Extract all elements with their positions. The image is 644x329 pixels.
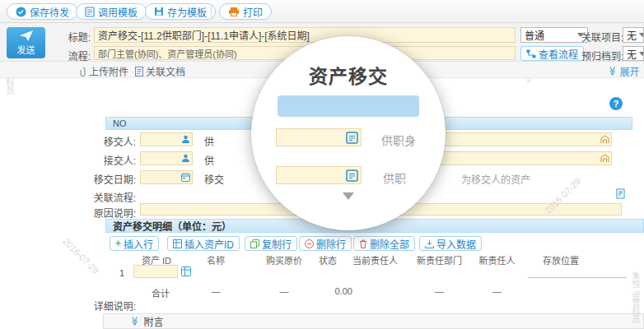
print-button[interactable]: 打印 — [219, 3, 272, 20]
trash-icon — [359, 239, 367, 248]
delete-all-label: 删除全部 — [370, 237, 409, 251]
receiver-label: 接交人: — [78, 153, 136, 167]
col-status: 状态 — [307, 253, 348, 266]
minus-circle-icon — [305, 239, 314, 248]
expand-label: 展开 — [620, 64, 640, 78]
related-flow-doc-icon[interactable] — [616, 188, 626, 199]
save-pending-icon — [16, 7, 26, 17]
watermark-date: 2016-07-29 — [61, 236, 100, 276]
org-picker-icon — [346, 169, 358, 182]
import-icon — [425, 239, 434, 248]
toolbar-divider — [211, 5, 212, 18]
postscript-label: 附言 — [144, 314, 164, 328]
import-data-button[interactable]: 导入数据 — [419, 236, 482, 251]
org-picker-icon[interactable] — [600, 154, 609, 163]
print-label: 打印 — [243, 5, 263, 19]
chevron-double-down-icon: ≫ — [129, 317, 140, 327]
person-picker-icon[interactable] — [181, 135, 190, 144]
person-picker-icon[interactable] — [181, 154, 190, 163]
send-button[interactable]: 发送 — [7, 27, 45, 58]
related-project-value: 无 — [627, 28, 637, 42]
row-index: 1 — [117, 268, 127, 278]
delete-row-label: 删除行 — [316, 237, 346, 251]
cut-label: 移交 — [204, 172, 224, 186]
pre-archive-select[interactable]: 无 — [623, 46, 644, 61]
detail-section-title: 资产移交明细（单位：元） — [113, 219, 231, 233]
upload-attachment-link[interactable]: 上传附件 — [79, 64, 128, 78]
col-new-dept: 新责任部门 — [408, 253, 470, 266]
paper-plane-icon — [19, 30, 34, 42]
call-template-button[interactable]: 调用模板 — [76, 3, 147, 20]
total-current: — — [408, 286, 470, 296]
magnified-input — [276, 128, 362, 146]
save-pending-button[interactable]: 保存待发 — [7, 3, 78, 20]
magnifier-overlay: 资产移交 供职身 供职 — [251, 36, 446, 230]
asset-picker-icon[interactable] — [181, 266, 191, 276]
related-document-link[interactable]: 关联文档 — [135, 64, 185, 78]
import-data-label: 导入数据 — [436, 237, 476, 251]
calendar-icon[interactable] — [181, 173, 190, 182]
flow-label: 流程: — [46, 49, 91, 63]
transfer-date-label: 移交日期: — [78, 172, 136, 186]
related-project-select[interactable]: 无 — [623, 27, 644, 43]
dropdown-arrow-icon — [639, 52, 644, 56]
total-dept: — — [470, 286, 524, 296]
template-doc-icon — [85, 7, 95, 17]
title-input[interactable] — [94, 27, 516, 43]
col-new-owner: 新责任人 — [470, 253, 524, 266]
view-flow-button[interactable]: 查看流程 — [520, 46, 584, 61]
detail-description-label: 详细说明: — [78, 299, 136, 313]
magnified-highlight-field — [278, 95, 419, 117]
org-picker-icon[interactable] — [600, 135, 609, 144]
upload-attachment-label: 上传附件 — [89, 64, 128, 78]
dropdown-arrow-icon — [639, 33, 644, 37]
chevron-double-down-icon: ≫ — [607, 67, 618, 76]
cut-label: 供 — [204, 134, 214, 148]
title-label: 标题: — [46, 30, 91, 44]
copy-row-button[interactable]: 复制行 — [245, 236, 297, 251]
document-icon — [135, 67, 143, 76]
location-input[interactable] — [528, 265, 627, 278]
priority-select[interactable]: 普通 — [520, 27, 588, 43]
related-project-label: 关联项目: — [581, 30, 623, 44]
asset-id-input[interactable] — [133, 265, 178, 278]
paperclip-icon — [79, 67, 86, 76]
send-label: 发送 — [17, 43, 35, 56]
col-name: 名称 — [183, 253, 249, 266]
printer-icon — [228, 7, 240, 17]
delete-all-button[interactable]: 删除全部 — [353, 236, 415, 251]
postscript-bar[interactable]: ≫ 附言 — [103, 313, 644, 329]
insert-row-label: 插入行 — [124, 237, 153, 251]
related-document-label: 关联文档 — [146, 64, 185, 78]
copy-row-label: 复制行 — [262, 237, 292, 251]
transferor-label: 移交人: — [78, 134, 136, 148]
pre-archive-value: 无 — [627, 47, 637, 61]
magnified-ghost-text: 供职身 — [381, 132, 416, 148]
reason-label: 原因说明: — [78, 206, 136, 220]
pre-archive-label: 预归档到: — [581, 49, 623, 63]
total-name: — — [183, 286, 249, 296]
save-disk-icon — [154, 7, 164, 16]
org-picker-icon — [346, 132, 358, 144]
view-flow-label: 查看流程 — [539, 47, 578, 61]
col-current-owner: 当前责任人 — [344, 253, 406, 266]
top-toolbar: 保存待发 调用模板 存为模板 打印 — [0, 0, 644, 23]
help-icon[interactable]: ? — [609, 97, 623, 110]
insert-asset-id-button[interactable]: 插入资产ID — [167, 236, 240, 251]
cut-label: 供 — [204, 153, 214, 167]
plus-icon: + — [115, 238, 121, 249]
insert-row-button[interactable]: + 插入行 — [110, 236, 159, 251]
related-flow-label: 关联流程: — [78, 190, 136, 204]
transfer-hint-text: 为移交人的资产 — [461, 172, 530, 186]
total-amount: 0.00 — [307, 286, 352, 296]
expand-toggle[interactable]: ≫ 展开 — [608, 64, 640, 78]
magnified-input — [276, 166, 362, 184]
asset-transfer-form-page: 2016-07-29 2016-07-29 2016-07-29 朱悦 运营科员… — [0, 0, 644, 329]
save-as-template-button[interactable]: 存为模板 — [145, 3, 216, 20]
delete-row-button[interactable]: 删除行 — [299, 236, 352, 251]
copy-icon — [250, 239, 259, 248]
call-template-label: 调用模板 — [98, 5, 138, 19]
save-as-template-label: 存为模板 — [167, 5, 207, 19]
flow-chart-icon — [526, 49, 536, 58]
insert-asset-id-label: 插入资产ID — [184, 237, 234, 251]
